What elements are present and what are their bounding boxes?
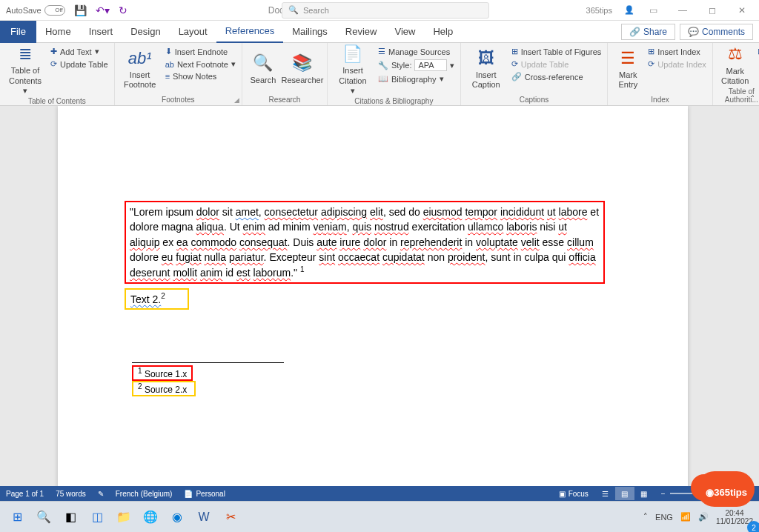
chevron-up-icon[interactable]: ˄ xyxy=(643,512,648,522)
paragraph-text2[interactable]: Text 2.2 xyxy=(125,288,189,310)
account-icon[interactable]: 👤 xyxy=(624,5,634,15)
personal-indicator[interactable]: 📄 Personal xyxy=(184,490,225,498)
researcher-icon: 📚 xyxy=(292,53,312,73)
task-view-icon[interactable]: ◧ xyxy=(59,506,82,528)
tab-file[interactable]: File xyxy=(0,21,36,43)
focus-button[interactable]: ▣ Focus xyxy=(559,490,589,498)
footnotes-launcher-icon[interactable]: ◢ xyxy=(234,96,239,104)
footnotes-area[interactable]: 1 Source 1.x 2 Source 2.x xyxy=(132,362,284,396)
ribbon-display-icon[interactable]: ▭ xyxy=(642,5,664,16)
update-index-button[interactable]: ⟳Update Index xyxy=(646,59,707,70)
autosave-toggle[interactable]: AutoSave Off xyxy=(6,5,65,16)
ribbon-tabs: File Home Insert Design Layout Reference… xyxy=(0,21,759,43)
watermark-badge: ◉365tips xyxy=(688,465,755,510)
taskbar: ⊞ 🔍 ◧ ◫ 📁 🌐 ◉ W ✂ ˄ ENG 📶 🔊 20:44 11/01/… xyxy=(0,501,759,532)
spellcheck-icon[interactable]: ✎ xyxy=(98,490,104,498)
update-table-button[interactable]: ⟳Update Table xyxy=(49,59,110,70)
outlook-icon[interactable]: ◉ xyxy=(166,506,188,528)
group-label-footnotes: Footnotes xyxy=(119,94,237,105)
tab-layout[interactable]: Layout xyxy=(170,21,216,43)
page-indicator[interactable]: Page 1 of 1 xyxy=(6,490,44,498)
volume-icon[interactable]: 🔊 xyxy=(698,512,709,522)
tab-help[interactable]: Help xyxy=(424,21,462,43)
tab-references[interactable]: References xyxy=(216,21,283,43)
read-mode-icon[interactable]: ☰ xyxy=(596,487,615,500)
add-text-button[interactable]: ✚Add Text ▾ xyxy=(49,46,110,57)
language-indicator[interactable]: French (Belgium) xyxy=(116,490,173,498)
notification-badge[interactable]: 2 xyxy=(747,521,759,532)
undo-icon[interactable]: ↶▾ xyxy=(96,4,110,16)
search-input[interactable]: 🔍 Search xyxy=(282,2,489,19)
edge-icon[interactable]: 🌐 xyxy=(139,506,162,528)
comments-button[interactable]: 💬 Comments xyxy=(680,24,753,40)
maximize-icon[interactable]: ◻ xyxy=(701,5,723,16)
insert-endnote-button[interactable]: ⬇Insert Endnote xyxy=(164,46,237,57)
redo-icon[interactable]: ↻ xyxy=(119,4,127,16)
search-button[interactable]: 🔍 Search xyxy=(247,44,279,94)
print-layout-icon[interactable]: ▤ xyxy=(615,487,634,500)
insert-index-button[interactable]: ⊞Insert Index xyxy=(646,46,707,57)
web-layout-icon[interactable]: ▦ xyxy=(634,487,654,500)
mark-citation-icon: ⚖ xyxy=(728,44,743,64)
search-taskbar-icon[interactable]: 🔍 xyxy=(33,506,55,528)
autosave-state: Off xyxy=(44,5,65,16)
keyboard-lang[interactable]: ENG xyxy=(655,513,673,522)
footnote-separator xyxy=(132,362,284,363)
body-text[interactable]: "Lorem ipsum dolor sit amet, consectetur… xyxy=(125,201,605,310)
badge-text: ◉365tips xyxy=(706,487,747,498)
collapse-ribbon-icon[interactable]: ˄ xyxy=(751,94,755,102)
citation-style-select[interactable]: 🔧Style: APA ▾ xyxy=(377,59,456,72)
show-notes-icon: ≡ xyxy=(165,72,170,81)
mark-entry-button[interactable]: ☰ Mark Entry xyxy=(612,44,643,94)
tab-view[interactable]: View xyxy=(385,21,424,43)
start-icon[interactable]: ⊞ xyxy=(6,506,28,528)
authorities-more-icon[interactable]: ⊞ xyxy=(756,46,759,57)
save-icon[interactable]: 💾 xyxy=(74,4,87,16)
footnote-2[interactable]: 2 Source 2.x xyxy=(132,381,196,396)
footnote-1[interactable]: 1 Source 1.x xyxy=(132,365,193,381)
cross-reference-button[interactable]: 🔗Cross-reference xyxy=(510,71,603,82)
next-footnote-button[interactable]: abNext Footnote ▾ xyxy=(164,59,237,70)
snip-icon[interactable]: ✂ xyxy=(219,506,242,528)
tab-insert[interactable]: Insert xyxy=(80,21,122,43)
tab-review[interactable]: Review xyxy=(337,21,386,43)
tab-design[interactable]: Design xyxy=(122,21,169,43)
manage-sources-button[interactable]: ☰Manage Sources xyxy=(377,46,456,57)
bibliography-button[interactable]: 📖Bibliography ▾ xyxy=(377,73,456,84)
insert-caption-button[interactable]: 🖼 Insert Caption xyxy=(465,44,507,94)
crossref-icon: 🔗 xyxy=(511,72,522,82)
explorer-icon[interactable]: 📁 xyxy=(113,506,135,528)
update-captions-button[interactable]: ⟳Update Table xyxy=(510,59,603,70)
insert-footnote-button[interactable]: ab¹ Insert Footnote xyxy=(119,44,161,94)
update-icon: ⟳ xyxy=(50,59,57,69)
group-citations: 📄 Insert Citation ▾ ☰Manage Sources 🔧Sty… xyxy=(328,43,461,105)
citation-icon: 📄 xyxy=(342,44,362,64)
view-buttons: ☰ ▤ ▦ xyxy=(596,487,654,500)
share-button[interactable]: 🔗 Share xyxy=(621,24,675,40)
close-icon[interactable]: ✕ xyxy=(731,5,753,16)
statusbar: Page 1 of 1 75 words ✎ French (Belgium) … xyxy=(0,486,759,501)
manage-sources-icon: ☰ xyxy=(378,47,385,56)
zoom-out-icon[interactable]: − xyxy=(661,490,666,498)
footnote-ref-2[interactable]: 2 xyxy=(161,292,165,300)
word-icon[interactable]: W xyxy=(193,506,215,528)
mark-entry-icon: ☰ xyxy=(620,49,635,68)
researcher-button[interactable]: 📚 Researcher xyxy=(282,44,322,94)
minimize-icon[interactable]: — xyxy=(672,5,694,16)
table-of-contents-button[interactable]: ≣ Table of Contents ▾ xyxy=(4,44,46,96)
word-count[interactable]: 75 words xyxy=(56,490,86,498)
widgets-icon[interactable]: ◫ xyxy=(86,506,108,528)
footnote-ref-1[interactable]: 1 xyxy=(300,265,305,273)
mark-citation-button[interactable]: ⚖ Mark Citation xyxy=(717,44,753,86)
page[interactable]: "Lorem ipsum dolor sit amet, consectetur… xyxy=(58,106,688,501)
table-of-figures-button[interactable]: ⊞Insert Table of Figures xyxy=(510,46,603,57)
wifi-icon[interactable]: 📶 xyxy=(680,512,691,522)
paragraph-lorem[interactable]: "Lorem ipsum dolor sit amet, consectetur… xyxy=(125,201,605,284)
show-notes-button[interactable]: ≡Show Notes xyxy=(164,71,237,82)
tab-mailings[interactable]: Mailings xyxy=(283,21,337,43)
group-toc: ≣ Table of Contents ▾ ✚Add Text ▾ ⟳Updat… xyxy=(0,43,115,105)
tab-home[interactable]: Home xyxy=(36,21,80,43)
ribbon: ≣ Table of Contents ▾ ✚Add Text ▾ ⟳Updat… xyxy=(0,43,759,106)
clock[interactable]: 20:44 11/01/2022 xyxy=(716,509,753,525)
insert-citation-button[interactable]: 📄 Insert Citation ▾ xyxy=(332,44,374,96)
